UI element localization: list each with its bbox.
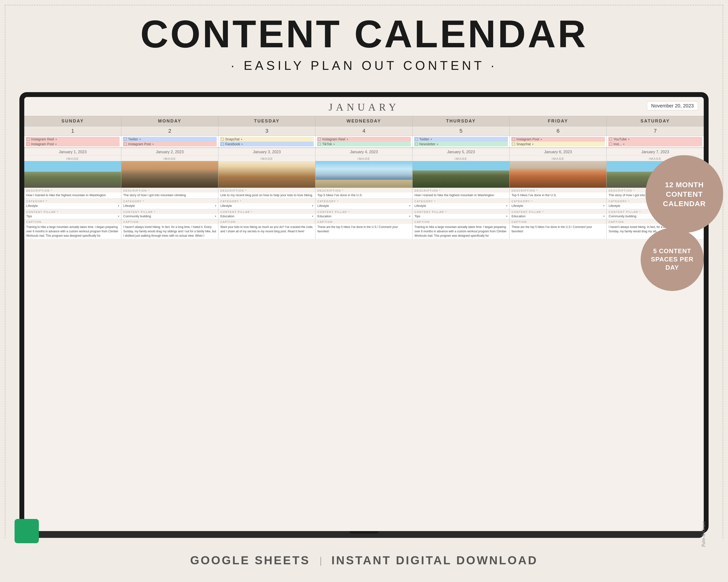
platform-cell-4: Twitter▾Newsletter▾	[413, 136, 510, 147]
checkbox-4-1[interactable]	[415, 138, 418, 141]
platform-row2-6[interactable]: Inst...▾	[608, 142, 702, 146]
desc-value-3: Top 5 hikes I've done in the U.S.	[315, 193, 412, 198]
date-num-2: 2	[121, 126, 218, 136]
content-area: January 1, 2023 IMAGE DESCRIPTION * How …	[24, 148, 704, 239]
cat-label-4: CATEGORY *	[413, 198, 509, 203]
badge-12month: 12 MONTH CONTENT CALENDAR	[646, 155, 723, 233]
cat-value-0[interactable]: Lifestyle ▾	[24, 203, 121, 209]
content-col-3: January 4, 2023 IMAGE DESCRIPTION * Top …	[315, 148, 413, 239]
image-label-5: IMAGE	[510, 156, 606, 161]
day-headers-row: SUNDAY MONDAY TUESDAY WEDNESDAY THURSDAY…	[24, 116, 704, 126]
caption-value-4: Training to hike a large mountain actual…	[413, 224, 509, 239]
cat-value-2[interactable]: Lifestyle ▾	[218, 203, 315, 209]
checkbox-0-2[interactable]	[27, 143, 30, 145]
caption-label-3: CAPTION	[315, 219, 412, 224]
pillar-value-3[interactable]: Education ▾	[315, 214, 412, 219]
checkbox-6-2[interactable]	[609, 143, 612, 145]
pillar-value-2[interactable]: Education ▾	[218, 214, 315, 219]
image-placeholder-4	[413, 161, 509, 188]
checkbox-5-1[interactable]	[512, 138, 515, 141]
checkbox-0-1[interactable]	[27, 138, 30, 141]
bottom-bar: GOOGLE SHEETS | INSTANT DIGITAL DOWNLOAD	[0, 538, 728, 582]
content-col-2: January 3, 2023 IMAGE DESCRIPTION * Link…	[218, 148, 315, 239]
cat-value-3[interactable]: Lifestyle ▾	[315, 203, 412, 209]
pillar-value-0[interactable]: Tips ▾	[24, 214, 121, 219]
day-header-monday: MONDAY	[121, 116, 218, 126]
spreadsheet: November 20, 2023 JANUARY SUNDAY MONDAY …	[24, 97, 704, 531]
checkbox-5-2[interactable]	[512, 143, 515, 145]
platform-row2-2[interactable]: Facebook▾	[220, 142, 314, 146]
desc-value-1: The story of how I got into mountain cli…	[121, 193, 218, 198]
platform-row1-5[interactable]: Instagram Post▾	[511, 137, 605, 142]
checkbox-2-1[interactable]	[221, 138, 224, 141]
platform-row1-2[interactable]: Snapchat▾	[220, 137, 314, 142]
pillar-value-5[interactable]: Education ▾	[510, 214, 606, 219]
date-badge: November 20, 2023	[647, 101, 698, 110]
caption-label-4: CAPTION	[413, 219, 509, 224]
bottom-text-2: INSTANT DIGITAL DOWNLOAD	[332, 554, 538, 567]
desc-label-5: DESCRIPTION *	[510, 188, 606, 193]
caption-label-5: CAPTION	[510, 219, 606, 224]
platform-row2-0[interactable]: Instagram Post▾	[26, 142, 120, 146]
checkbox-2-2[interactable]	[221, 143, 224, 145]
pillar-label-5: CONTENT PILLAR *	[510, 209, 606, 214]
badge-5content: 5 CONTENT SPACES PER DAY	[641, 228, 704, 291]
checkbox-3-1[interactable]	[318, 138, 321, 141]
image-placeholder-1	[121, 161, 218, 188]
date-num-1: 1	[24, 126, 121, 136]
platform-row1-1[interactable]: Twitter▾	[123, 137, 217, 142]
date-num-5: 5	[413, 126, 510, 136]
col-date-4: January 5, 2023	[413, 148, 509, 156]
image-label-3: IMAGE	[315, 156, 412, 161]
desc-label-2: DESCRIPTION *	[218, 188, 315, 193]
cat-value-5[interactable]: Lifestyle ▾	[510, 203, 606, 209]
col-date-3: January 4, 2023	[315, 148, 412, 156]
day-header-tuesday: TUESDAY	[218, 116, 315, 126]
desc-value-4: How I trained to hike the highest mounta…	[413, 193, 509, 198]
platform-row1-6[interactable]: YouTube▾	[608, 137, 702, 142]
caption-label-0: CAPTION	[24, 219, 121, 224]
laptop-notch	[349, 531, 379, 533]
col-date-6: January 7, 2023	[607, 148, 704, 156]
pillar-label-2: CONTENT PILLAR *	[218, 209, 315, 214]
platform-row2-1[interactable]: Instagram Post▾	[123, 142, 217, 146]
platform-row2-3[interactable]: TikTok▾	[317, 142, 411, 146]
cat-value-4[interactable]: Lifestyle ▾	[413, 203, 509, 209]
watermark: Palm & Grace	[701, 521, 706, 547]
col-date-2: January 3, 2023	[218, 148, 315, 156]
pillar-value-4[interactable]: Tips ▾	[413, 214, 509, 219]
caption-value-2: Want your kids to love hiking as much as…	[218, 224, 315, 239]
platform-row2-5[interactable]: Snapchat▾	[511, 142, 605, 146]
col-date-1: January 2, 2023	[121, 148, 218, 156]
desc-label-3: DESCRIPTION *	[315, 188, 412, 193]
cat-label-0: CATEGORY *	[24, 198, 121, 203]
image-placeholder-0	[24, 161, 121, 188]
checkbox-1-2[interactable]	[124, 143, 127, 145]
header: CONTENT CALENDAR · EASILY PLAN OUT CONTE…	[0, 0, 728, 80]
date-num-4: 4	[315, 126, 413, 136]
caption-value-5: These are the top 5 hikes I've done in t…	[510, 224, 606, 239]
pillar-value-1[interactable]: Community building ▾	[121, 214, 218, 219]
day-header-thursday: THURSDAY	[413, 116, 510, 126]
caption-label-1: CAPTION	[121, 219, 218, 224]
platform-cell-0: Instagram Reel▾Instagram Post▾	[24, 136, 121, 147]
desc-value-5: Top 5 hikes I've done in the U.S.	[510, 193, 606, 198]
checkbox-6-1[interactable]	[609, 138, 612, 141]
cat-label-2: CATEGORY *	[218, 198, 315, 203]
checkbox-1-1[interactable]	[124, 138, 127, 141]
checkbox-4-2[interactable]	[415, 143, 418, 145]
cat-value-1[interactable]: Lifestyle ▾	[121, 203, 218, 209]
day-header-sunday: SUNDAY	[24, 116, 121, 126]
platform-row1-0[interactable]: Instagram Reel▾	[26, 137, 120, 142]
platform-rows: Instagram Reel▾Instagram Post▾Twitter▾In…	[24, 136, 704, 148]
content-col-0: January 1, 2023 IMAGE DESCRIPTION * How …	[24, 148, 121, 239]
content-col-5: January 6, 2023 IMAGE DESCRIPTION * Top …	[510, 148, 607, 239]
platform-row1-3[interactable]: Instagram Reel▾	[317, 137, 411, 142]
cat-label-5: CATEGORY *	[510, 198, 606, 203]
platform-row2-4[interactable]: Newsletter▾	[414, 142, 508, 146]
checkbox-3-2[interactable]	[318, 143, 321, 145]
desc-value-2: Link to my recent blog post on how to he…	[218, 193, 315, 198]
platform-row1-4[interactable]: Twitter▾	[414, 137, 508, 142]
col-date-5: January 6, 2023	[510, 148, 606, 156]
day-header-saturday: SATURDAY	[607, 116, 704, 126]
